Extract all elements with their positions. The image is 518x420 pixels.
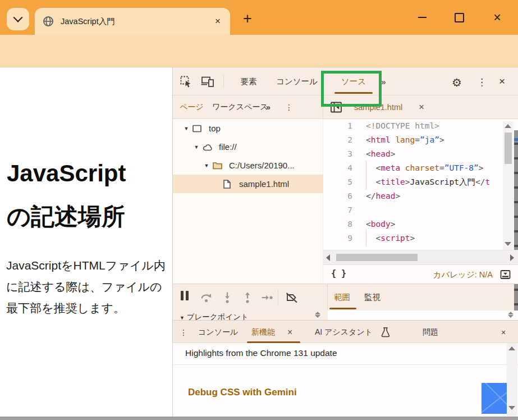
step-out-icon xyxy=(241,291,254,304)
tree-expander-icon[interactable]: ▼ xyxy=(191,144,202,150)
debugger-divider xyxy=(278,290,278,305)
scroll-left-icon[interactable] xyxy=(326,254,330,261)
article-thumbnail[interactable] xyxy=(482,383,507,414)
editor-vscrollbar[interactable] xyxy=(503,121,514,250)
section-spinner[interactable] xyxy=(313,311,322,319)
hide-navigator-button[interactable] xyxy=(330,101,342,116)
globe-icon xyxy=(43,16,54,27)
tree-item[interactable]: ▼C:/Users/20190... xyxy=(173,156,323,175)
tab-close-icon[interactable]: × xyxy=(213,16,222,27)
inspect-element-button[interactable] xyxy=(180,75,192,90)
toggle-device-toolbar-button[interactable] xyxy=(201,75,214,90)
tab-elements[interactable]: 要素 xyxy=(232,67,265,95)
scroll-down-icon[interactable] xyxy=(505,242,511,246)
drawer-tabbar: ⋮ コンソール 新機能 × AI アシスタント 問題 × xyxy=(173,320,518,343)
line-number[interactable]: 6 xyxy=(323,189,361,203)
line-number[interactable]: 8 xyxy=(323,217,361,231)
editor-tabstrip: sample1.html × xyxy=(323,95,518,119)
code-line[interactable]: 4 <meta charset=”UTF-8”> xyxy=(323,161,518,175)
line-number[interactable]: 2 xyxy=(323,133,361,147)
line-number[interactable]: 4 xyxy=(323,161,361,175)
breakpoints-section[interactable]: ▼ ブレークポイント xyxy=(173,311,328,320)
maximize-button[interactable] xyxy=(447,8,471,27)
maximize-icon xyxy=(455,13,464,22)
tab-scope[interactable]: 範囲 xyxy=(334,284,350,311)
tab-console[interactable]: コンソール xyxy=(275,67,319,95)
tree-expander-icon[interactable]: ▼ xyxy=(181,126,192,131)
tree-item[interactable]: ▼file:// xyxy=(173,138,323,156)
minimize-button[interactable] xyxy=(410,8,434,27)
drawer-close-button[interactable]: × xyxy=(501,321,506,344)
drawer-tab-console[interactable]: コンソール xyxy=(198,321,238,344)
expander-icon[interactable]: ▼ xyxy=(180,315,185,320)
code-line[interactable]: 7 xyxy=(323,203,518,217)
navigator-tabbar: ページ ワークスペース » ⋮ xyxy=(173,95,323,119)
active-tab-underline xyxy=(334,92,373,94)
code-line[interactable]: 3<head> xyxy=(323,147,518,161)
navigator-menu-button[interactable]: ⋮ xyxy=(285,95,293,119)
hscroll-thumb[interactable] xyxy=(336,254,418,261)
pause-icon xyxy=(181,291,184,300)
tab-watch[interactable]: 監視 xyxy=(364,284,381,311)
devtools-menu-button[interactable]: ⋮ xyxy=(477,76,487,88)
pause-script-button[interactable] xyxy=(181,291,189,300)
step-button[interactable] xyxy=(260,291,274,307)
window-close-button[interactable]: × xyxy=(485,8,510,27)
drawer-tab-whats-new[interactable]: 新機能 xyxy=(251,321,275,344)
whats-new-close-icon[interactable]: × xyxy=(287,321,292,344)
more-tabs-button[interactable]: » xyxy=(376,67,391,95)
drawer-tab-ai-assistant[interactable]: AI アシスタント xyxy=(315,321,373,344)
gemini-article-link[interactable]: Debug CSS with Gemini xyxy=(188,387,297,398)
scroll-up-icon[interactable] xyxy=(505,124,511,128)
tree-expander-icon[interactable]: ▼ xyxy=(201,163,212,168)
window-bottom-edge xyxy=(0,417,518,420)
tab-search-button[interactable] xyxy=(7,8,29,30)
scroll-down-icon[interactable] xyxy=(508,406,515,410)
file-tab-close-icon[interactable]: × xyxy=(419,102,424,113)
whats-new-panel: Highlights from the Chrome 131 update De… xyxy=(173,343,518,417)
tab-sources[interactable]: ソース xyxy=(333,67,374,95)
scope-spinner[interactable] xyxy=(506,311,515,319)
devtools-toolbar: 要素 コンソール ソース » ⚙ ⋮ × xyxy=(173,67,518,95)
scroll-up-icon[interactable] xyxy=(508,346,515,350)
deactivate-breakpoints-button[interactable] xyxy=(285,291,299,307)
scroll-right-icon[interactable] xyxy=(510,254,514,261)
devtools-close-button[interactable]: × xyxy=(499,75,505,88)
step-over-button[interactable] xyxy=(200,291,213,307)
new-tab-button[interactable]: + xyxy=(238,9,257,28)
line-number[interactable]: 5 xyxy=(323,175,361,189)
tree-item-label: file:// xyxy=(219,142,237,152)
pretty-print-button[interactable]: { } xyxy=(331,268,346,279)
tab-strip: JavaScript入門 × + × xyxy=(0,0,518,35)
step-out-button[interactable] xyxy=(241,291,254,307)
line-number[interactable]: 7 xyxy=(323,203,361,217)
line-number[interactable]: 9 xyxy=(323,231,361,245)
code-line[interactable]: 2<html lang=”ja”> xyxy=(323,133,518,147)
line-number[interactable]: 3 xyxy=(323,147,361,161)
code-text: </head> xyxy=(361,189,400,203)
code-line[interactable]: 6</head> xyxy=(323,189,518,203)
drawer-vscrollbar[interactable] xyxy=(507,343,517,417)
settings-gear-icon[interactable]: ⚙ xyxy=(452,76,462,89)
line-number[interactable]: 1 xyxy=(323,119,361,133)
browser-tab[interactable]: JavaScript入門 × xyxy=(35,8,230,35)
navigator-more-tabs[interactable]: » xyxy=(266,95,270,119)
step-into-button[interactable] xyxy=(221,291,233,307)
tab-workspace[interactable]: ワークスペース xyxy=(212,95,268,119)
minimize-icon xyxy=(418,17,427,18)
file-tab-sample1[interactable]: sample1.html xyxy=(354,95,402,119)
vscroll-thumb[interactable] xyxy=(505,133,512,164)
coverage-status[interactable]: カバレッジ: N/A xyxy=(433,270,493,280)
code-editor[interactable]: 1<!DOCTYPE html>2<html lang=”ja”>3<head>… xyxy=(323,119,518,250)
drawer-menu-button[interactable]: ⋮ xyxy=(180,321,187,344)
code-line[interactable]: 8<body> xyxy=(323,217,518,231)
code-line[interactable]: 1<!DOCTYPE html> xyxy=(323,119,518,133)
tree-item[interactable]: ▼top xyxy=(173,119,323,138)
tab-page[interactable]: ページ xyxy=(180,95,204,119)
editor-hscrollbar[interactable] xyxy=(323,250,518,264)
devtools-panel: 要素 コンソール ソース » ⚙ ⋮ × ページ ワークスペース » ⋮ xyxy=(173,67,518,417)
code-line[interactable]: 5 <title>JavaScript入門</t xyxy=(323,175,518,189)
code-line[interactable]: 9 <script> xyxy=(323,231,518,245)
coverage-panel-button[interactable] xyxy=(499,269,511,282)
drawer-tab-issues[interactable]: 問題 xyxy=(423,321,438,344)
